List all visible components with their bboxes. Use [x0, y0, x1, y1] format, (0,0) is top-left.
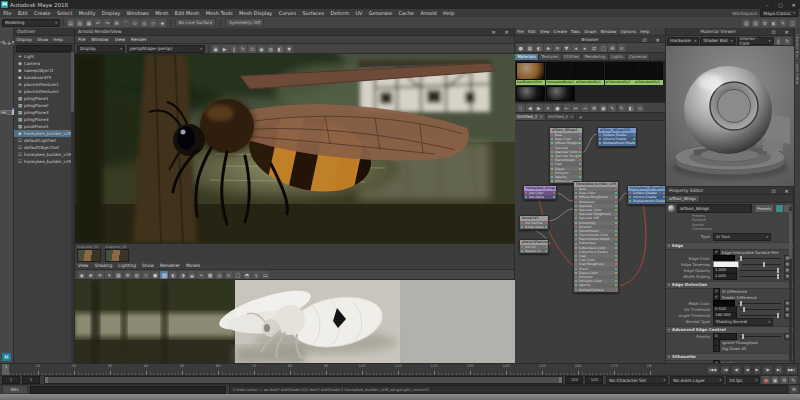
- multisample-icon[interactable]: ▩: [206, 271, 214, 279]
- shadows-icon[interactable]: ◑: [179, 271, 187, 279]
- auto-keyframe-icon[interactable]: ●: [762, 376, 770, 384]
- outliner-item-place3dtexture1[interactable]: ⊕place3dTexture1: [14, 81, 74, 88]
- output-port-icon[interactable]: [579, 151, 581, 153]
- debug-shading-icon[interactable]: ◍: [267, 45, 275, 53]
- move-tool-icon[interactable]: +: [7, 39, 12, 46]
- close-tab-icon[interactable]: ×: [539, 114, 542, 120]
- checkbox[interactable]: [713, 345, 720, 352]
- outliner-item-camera[interactable]: ◉Camera: [14, 60, 74, 67]
- material-swatch[interactable]: aiStandardSu3: [634, 62, 663, 85]
- input-port-icon[interactable]: [551, 142, 553, 144]
- zoom-graph-icon[interactable]: ⊙: [636, 104, 644, 112]
- fps-dropdown[interactable]: 24 fps ▾: [726, 376, 760, 384]
- output-port-icon[interactable]: [545, 226, 547, 228]
- select-camera-icon[interactable]: ◉: [78, 271, 86, 279]
- image-plane-icon[interactable]: ▦: [114, 271, 122, 279]
- menu-edit[interactable]: Edit: [15, 9, 31, 17]
- outliner-item-pimgplane2[interactable]: ▦pImgPlane2: [14, 102, 74, 109]
- input-port-icon[interactable]: [629, 196, 631, 198]
- scrollbar-thumb[interactable]: [789, 211, 792, 259]
- material-swatch[interactable]: honeybeeBody1: [546, 62, 575, 85]
- output-port-icon[interactable]: [615, 263, 617, 265]
- outliner-item-defaultobjectset[interactable]: ☑defaultObjectSet: [14, 144, 74, 151]
- clear-graph-icon[interactable]: □: [599, 44, 607, 52]
- output-port-icon[interactable]: [579, 163, 581, 165]
- output-port-icon[interactable]: [615, 259, 617, 261]
- snapshot-thumbnail[interactable]: snapshot_01: [77, 245, 101, 262]
- output-port-icon[interactable]: [615, 205, 617, 207]
- hypershade-icon[interactable]: ◐: [770, 19, 778, 27]
- output-port-icon[interactable]: [615, 230, 617, 232]
- outliner-item-honeybee-builder-v2m-rig[interactable]: ☑honeybee_builder_v2M_rig: [14, 151, 74, 158]
- render-swatch-icon[interactable]: ◧: [627, 104, 635, 112]
- snap-to-projected-center-icon[interactable]: ◎: [140, 19, 148, 27]
- output-port-icon[interactable]: [615, 226, 617, 228]
- outliner-item-honeybee-builder-v2m[interactable]: ◆honeybee_builder_v2M: [14, 130, 74, 137]
- output-port-icon[interactable]: [615, 272, 617, 274]
- create-texture-icon[interactable]: ▦: [526, 44, 534, 52]
- input-port-icon[interactable]: [525, 192, 527, 194]
- value-field[interactable]: 1.000: [713, 273, 737, 280]
- input-port-icon[interactable]: [575, 226, 577, 228]
- slider[interactable]: [740, 315, 781, 316]
- menu-help[interactable]: Help: [440, 9, 458, 17]
- outliner-scrollbar[interactable]: [71, 50, 74, 363]
- view-transform-icon[interactable]: ▭: [261, 271, 269, 279]
- type-dropdown[interactable]: Ai Toon ▾: [713, 233, 771, 241]
- slider-handle[interactable]: [740, 301, 742, 306]
- snap-to-curve-icon[interactable]: ⌒: [122, 19, 130, 27]
- node-name-field[interactable]: aiToon_Wings: [677, 204, 752, 213]
- output-port-icon[interactable]: [663, 196, 665, 198]
- snapshot-thumbnail[interactable]: snapshot_02: [105, 245, 129, 262]
- outliner-item-pimgplane3[interactable]: ▦pImgPlane3: [14, 109, 74, 116]
- dock-panel-icon[interactable]: ⊡: [767, 28, 780, 36]
- output-port-icon[interactable]: [615, 289, 617, 291]
- material-swatch[interactable]: aiStandardSu1: [575, 62, 604, 85]
- crop-region-icon[interactable]: ⊡: [248, 45, 256, 53]
- animation-preferences-icon[interactable]: ⚙: [780, 376, 788, 384]
- output-port-icon[interactable]: [545, 250, 547, 252]
- step-back-key-button[interactable]: ◀|: [731, 365, 741, 375]
- output-port-icon[interactable]: [615, 196, 617, 198]
- outliner-item-sweepobject1[interactable]: ◆sweepObject1: [14, 67, 74, 74]
- ipr-render-icon[interactable]: ▨: [752, 19, 760, 27]
- filter-icon[interactable]: ▼: [563, 44, 571, 52]
- range-start-handle[interactable]: [45, 377, 48, 383]
- create-material-icon[interactable]: ●: [517, 44, 525, 52]
- viewport-menu-view[interactable]: View: [75, 262, 91, 270]
- input-port-icon[interactable]: [575, 238, 577, 240]
- renderview-menu-window[interactable]: Window: [88, 36, 111, 44]
- input-port-icon[interactable]: [575, 222, 577, 224]
- tab-utilities[interactable]: Utilities: [562, 54, 583, 60]
- output-port-icon[interactable]: [545, 222, 547, 224]
- scrollbar-thumb[interactable]: [71, 52, 74, 112]
- hypershade-menu-create[interactable]: Create: [552, 28, 569, 36]
- tab-materials[interactable]: Materials: [515, 54, 539, 60]
- outliner-item-pimgplane1[interactable]: ▦pImgPlane1: [14, 95, 74, 102]
- input-port-icon[interactable]: [521, 250, 523, 252]
- editor-tab-untitled-2[interactable]: Untitled_2×: [546, 114, 577, 120]
- textured-icon[interactable]: ▧: [160, 271, 168, 279]
- graph-materials-icon[interactable]: ●: [553, 104, 561, 112]
- input-port-icon[interactable]: [575, 243, 577, 245]
- viewport-menu-show[interactable]: Show: [139, 262, 157, 270]
- save-snapshot-icon[interactable]: ▼: [285, 45, 293, 53]
- hypershade-menu-help[interactable]: Help: [638, 28, 651, 36]
- edit-texture-icon[interactable]: ✎: [608, 104, 616, 112]
- renderer-dropdown[interactable]: Hardware ▾: [667, 37, 699, 45]
- node-honeybee-builder-v2m-bee-wings[interactable]: honeybee_builder_v2M_Bee_WingsBaseBase C…: [573, 181, 619, 293]
- output-port-icon[interactable]: [615, 284, 617, 286]
- outliner-menu-display[interactable]: Display: [14, 36, 34, 44]
- outliner-item-pondplane1[interactable]: ▦pondPlane1: [14, 123, 74, 130]
- input-port-icon[interactable]: [575, 192, 577, 194]
- exposure-icon[interactable]: ◓: [243, 271, 251, 279]
- input-port-icon[interactable]: [575, 272, 577, 274]
- output-port-icon[interactable]: [615, 238, 617, 240]
- step-forward-key-button[interactable]: |▶: [762, 365, 772, 375]
- hypershade-menu-edit[interactable]: Edit: [526, 28, 538, 36]
- node-aitoon-wings1sg[interactable]: aiToon_Wings1SGSurface ShaderVolume Shad…: [597, 127, 637, 147]
- output-port-icon[interactable]: [663, 192, 665, 194]
- viewport-menu-shading[interactable]: Shading: [91, 262, 115, 270]
- output-port-icon[interactable]: [663, 200, 665, 202]
- output-port-icon[interactable]: [615, 222, 617, 224]
